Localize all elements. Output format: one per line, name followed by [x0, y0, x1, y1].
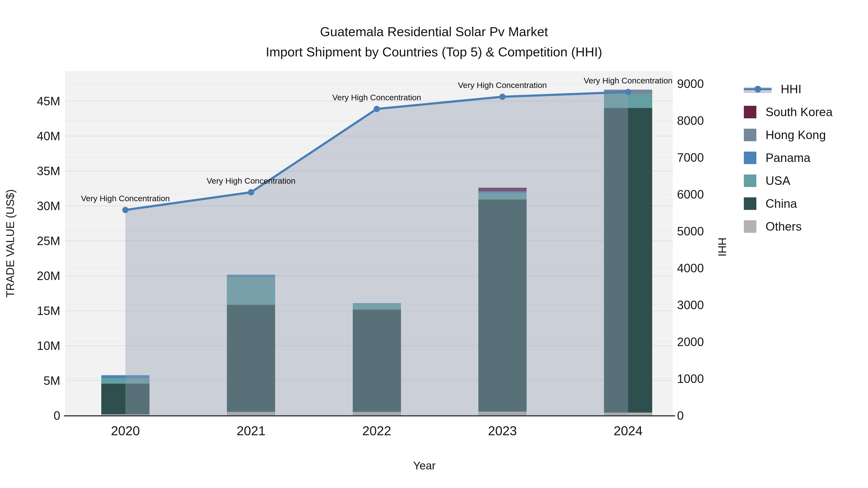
- legend-item-hong-kong[interactable]: Hong Kong: [744, 128, 826, 142]
- hhi-marker[interactable]: [248, 189, 254, 195]
- legend-item-usa[interactable]: USA: [744, 173, 790, 188]
- panama-swatch: [744, 152, 756, 164]
- x-tick-label: 2021: [237, 423, 266, 438]
- x-tick-label: 2020: [111, 423, 140, 438]
- right-tick-label: 1000: [677, 372, 704, 386]
- china-swatch: [744, 197, 756, 210]
- legend-label: Hong Kong: [766, 128, 826, 142]
- x-tick-label: 2023: [488, 423, 517, 438]
- annotation-very-high-concentration: Very High Concentration: [332, 93, 421, 102]
- x-tick-label: 2022: [362, 423, 391, 438]
- others-swatch: [744, 220, 756, 233]
- annotation-very-high-concentration: Very High Concentration: [207, 176, 296, 185]
- right-tick-label: 8000: [677, 114, 704, 128]
- usa-swatch: [744, 174, 756, 187]
- left-tick-label: 45M: [5, 94, 60, 108]
- right-tick-label: 5000: [677, 224, 704, 238]
- hhi-marker[interactable]: [122, 207, 128, 213]
- hhi-marker[interactable]: [625, 89, 631, 95]
- annotation-very-high-concentration: Very High Concentration: [81, 194, 170, 203]
- right-tick-label: 4000: [677, 261, 704, 275]
- hong-kong-swatch: [744, 129, 756, 141]
- hhi-area-fill: [125, 92, 628, 416]
- legend-item-china[interactable]: China: [744, 196, 797, 211]
- x-axis-line: [64, 415, 675, 416]
- legend-label: Others: [766, 220, 802, 233]
- figure: Guatemala Residential Solar Pv Market Im…: [0, 0, 868, 488]
- left-tick-label: 15M: [5, 304, 60, 318]
- legend-item-panama[interactable]: Panama: [744, 151, 810, 165]
- annotation-very-high-concentration: Very High Concentration: [584, 76, 673, 85]
- legend-label: USA: [766, 174, 790, 188]
- hhi-legend-symbol: [744, 83, 772, 95]
- left-tick-label: 0: [5, 409, 60, 423]
- right-tick-label: 6000: [677, 188, 704, 201]
- plot-area: [65, 71, 673, 416]
- left-tick-label: 40M: [5, 129, 60, 143]
- x-tick-label: 2024: [614, 423, 643, 438]
- right-tick-label: 2000: [677, 335, 704, 349]
- annotation-very-high-concentration: Very High Concentration: [458, 80, 547, 90]
- chart-title-line2: Import Shipment by Countries (Top 5) & C…: [0, 44, 868, 59]
- legend-item-south-korea[interactable]: South Korea: [744, 105, 833, 119]
- hhi-marker[interactable]: [374, 106, 380, 112]
- legend-label: South Korea: [766, 105, 833, 119]
- hhi-legend-marker: [754, 86, 761, 93]
- x-axis-title: Year: [413, 459, 436, 472]
- legend-item-hhi[interactable]: HHI: [744, 82, 802, 96]
- left-tick-label: 25M: [5, 234, 60, 248]
- right-tick-label: 0: [677, 409, 684, 423]
- south-korea-swatch: [744, 106, 756, 118]
- legend-label: Panama: [766, 151, 810, 165]
- right-tick-label: 7000: [677, 151, 704, 165]
- left-tick-label: 5M: [5, 374, 60, 388]
- hhi-line-layer: [65, 71, 673, 416]
- left-tick-label: 10M: [5, 339, 60, 353]
- legend-label: HHI: [781, 82, 802, 96]
- left-tick-label: 35M: [5, 164, 60, 178]
- left-tick-label: 30M: [5, 199, 60, 213]
- left-tick-label: 20M: [5, 269, 60, 283]
- hhi-marker[interactable]: [499, 94, 506, 100]
- legend-item-others[interactable]: Others: [744, 219, 802, 234]
- right-tick-label: 3000: [677, 298, 704, 312]
- chart-title-line1: Guatemala Residential Solar Pv Market: [0, 24, 868, 39]
- right-axis-title: HHI: [716, 237, 728, 256]
- legend-label: China: [766, 197, 797, 210]
- right-tick-label: 9000: [677, 77, 704, 91]
